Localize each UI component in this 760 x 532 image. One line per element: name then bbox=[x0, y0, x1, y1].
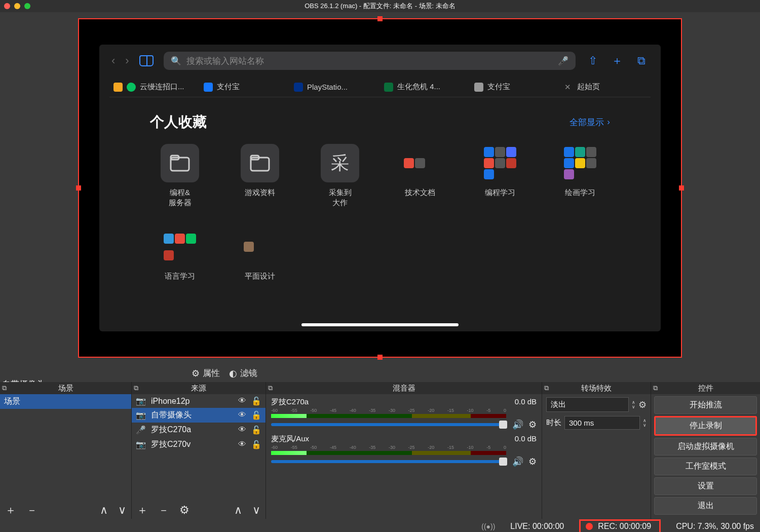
home-indicator bbox=[301, 323, 459, 326]
sources-panel: ⧉来源 📷iPhone12p👁🔓 📷自带摄像头👁🔓 🎤罗技C270a👁🔓 📷罗技… bbox=[132, 382, 266, 519]
panel-title: 转场特效 bbox=[581, 384, 612, 393]
gear-icon[interactable]: ⚙ bbox=[528, 419, 537, 430]
remove-source-button[interactable]: － bbox=[158, 503, 169, 518]
speaker-icon[interactable]: 🔊 bbox=[512, 456, 523, 467]
browser-tab: PlayStatio... bbox=[290, 77, 380, 97]
forward-icon: › bbox=[125, 54, 129, 67]
popout-icon[interactable]: ⧉ bbox=[268, 384, 273, 392]
live-time: LIVE: 00:00:00 bbox=[510, 522, 564, 531]
favorites-title: 个人收藏 bbox=[150, 112, 207, 132]
popout-icon[interactable]: ⧉ bbox=[653, 384, 658, 392]
eye-icon[interactable]: 👁 bbox=[238, 440, 246, 449]
popout-icon[interactable]: ⧉ bbox=[2, 384, 7, 392]
eye-icon[interactable]: 👁 bbox=[238, 425, 246, 435]
audio-meter bbox=[271, 414, 506, 418]
browser-tabs: 云缦连招口... 支付宝 PlayStatio... 生化危机 4... 支付宝… bbox=[99, 77, 661, 97]
eye-icon[interactable]: 👁 bbox=[238, 396, 246, 406]
audio-meter bbox=[271, 451, 506, 455]
rec-time: REC: 00:00:09 bbox=[598, 522, 651, 531]
favorite-item: 编程& 服务器 bbox=[150, 144, 210, 207]
mixer-channel: 麦克风/Aux0.0 dB -60-55-50-45-40-35-30-25-2… bbox=[271, 433, 537, 467]
add-source-button[interactable]: ＋ bbox=[137, 503, 148, 518]
exit-button[interactable]: 退出 bbox=[654, 497, 757, 515]
spinner-buttons[interactable]: ∧∨ bbox=[643, 419, 647, 428]
favorite-item: 采采集到 大作 bbox=[310, 144, 370, 207]
studio-mode-button[interactable]: 工作室模式 bbox=[654, 458, 757, 475]
mic-icon: 🎤 bbox=[136, 425, 146, 435]
share-icon: ⇧ bbox=[586, 54, 600, 67]
source-item[interactable]: 🎤罗技C270a👁🔓 bbox=[132, 423, 265, 437]
camera-icon: 📷 bbox=[136, 396, 146, 406]
scene-item[interactable]: 场景 bbox=[0, 394, 131, 409]
gear-icon[interactable]: ⚙ bbox=[638, 399, 647, 410]
gear-icon: ⚙ bbox=[192, 368, 200, 379]
popout-icon[interactable]: ⧉ bbox=[134, 384, 138, 392]
record-icon bbox=[586, 523, 593, 530]
source-item[interactable]: 📷罗技C270v👁🔓 bbox=[132, 437, 265, 452]
minimize-window-button[interactable] bbox=[14, 3, 20, 9]
favorite-item: 绘画学习 bbox=[550, 144, 610, 207]
scenes-panel: ⧉场景 场景 ＋ － ∧ ∨ bbox=[0, 382, 132, 519]
panel-title: 来源 bbox=[191, 384, 206, 393]
duration-input[interactable]: 300 ms bbox=[564, 416, 640, 430]
lock-icon[interactable]: 🔓 bbox=[251, 410, 261, 420]
lock-icon[interactable]: 🔓 bbox=[251, 396, 261, 406]
remove-scene-button[interactable]: － bbox=[26, 503, 37, 518]
transition-select[interactable]: 淡出 bbox=[546, 397, 629, 412]
settings-button[interactable]: 设置 bbox=[654, 477, 757, 495]
start-streaming-button[interactable]: 开始推流 bbox=[654, 396, 757, 414]
move-up-button[interactable]: ∧ bbox=[234, 504, 242, 517]
stop-recording-button[interactable]: 停止录制 bbox=[654, 416, 757, 436]
browser-tab: 云缦连招口... bbox=[109, 77, 200, 97]
source-toolbar: ⚙属性 ◐滤镜 bbox=[0, 364, 760, 382]
maximize-window-button[interactable] bbox=[24, 3, 30, 9]
favorite-item: 编程学习 bbox=[470, 144, 530, 207]
filters-button[interactable]: ◐滤镜 bbox=[229, 367, 257, 379]
close-icon: ✕ bbox=[564, 83, 571, 92]
browser-tab: 支付宝 bbox=[200, 77, 290, 97]
broadcast-icon: ((●)) bbox=[481, 522, 495, 530]
mixer-panel: ⧉混音器 罗技C270a0.0 dB -60-55-50-45-40-35-30… bbox=[266, 382, 542, 519]
titlebar: OBS 26.1.2 (mac) - 配置文件: 未命名 - 场景: 未命名 bbox=[0, 0, 760, 12]
cpu-fps: CPU: 7.3%, 30.00 fps bbox=[676, 522, 754, 531]
bookmarks-icon bbox=[139, 55, 154, 66]
mic-icon: 🎤 bbox=[558, 56, 568, 66]
popout-icon[interactable]: ⧉ bbox=[544, 384, 549, 392]
camera-icon: 📷 bbox=[136, 440, 146, 449]
search-placeholder: 搜索或输入网站名称 bbox=[186, 55, 264, 67]
move-down-button[interactable]: ∨ bbox=[252, 504, 260, 517]
panel-title: 混音器 bbox=[393, 384, 415, 393]
gear-icon[interactable]: ⚙ bbox=[528, 456, 537, 467]
speaker-icon[interactable]: 🔊 bbox=[512, 419, 523, 430]
volume-slider[interactable] bbox=[271, 423, 507, 426]
transitions-panel: ⧉转场特效 淡出 ∧∨ ⚙ 时长 300 ms ∧∨ bbox=[542, 382, 651, 519]
camera-icon: 📷 bbox=[136, 410, 146, 420]
browser-tab: 生化危机 4... bbox=[380, 77, 470, 97]
preview-canvas[interactable]: ‹ › 🔍 搜索或输入网站名称 🎤 ⇧ ＋ ⧉ 云缦连招口... 支付宝 Pla… bbox=[78, 18, 682, 358]
lock-icon[interactable]: 🔓 bbox=[251, 440, 261, 449]
source-settings-button[interactable]: ⚙ bbox=[179, 504, 189, 517]
new-tab-icon: ＋ bbox=[610, 53, 624, 68]
controls-panel: ⧉控件 开始推流 停止录制 启动虚拟摄像机 工作室模式 设置 退出 bbox=[651, 382, 760, 519]
start-virtualcam-button[interactable]: 启动虚拟摄像机 bbox=[654, 438, 757, 455]
move-down-button[interactable]: ∨ bbox=[118, 504, 126, 517]
duration-label: 时长 bbox=[546, 418, 561, 428]
search-icon: 🔍 bbox=[171, 56, 181, 66]
show-all-link: 全部显示› bbox=[569, 117, 610, 128]
lock-icon[interactable]: 🔓 bbox=[251, 425, 261, 435]
move-up-button[interactable]: ∧ bbox=[100, 504, 108, 517]
properties-button[interactable]: ⚙属性 bbox=[192, 367, 220, 379]
panel-title: 控件 bbox=[698, 384, 713, 393]
status-bar: ((●)) LIVE: 00:00:00 REC: 00:00:09 CPU: … bbox=[0, 519, 760, 532]
panel-title: 场景 bbox=[58, 384, 73, 393]
volume-slider[interactable] bbox=[271, 460, 507, 463]
source-item[interactable]: 📷自带摄像头👁🔓 bbox=[132, 408, 265, 423]
mixer-channel: 罗技C270a0.0 dB -60-55-50-45-40-35-30-25-2… bbox=[271, 396, 537, 430]
eye-icon[interactable]: 👁 bbox=[238, 410, 246, 420]
favorite-item: 游戏资料 bbox=[230, 144, 290, 207]
tabs-icon: ⧉ bbox=[634, 54, 649, 67]
source-item[interactable]: 📷iPhone12p👁🔓 bbox=[132, 394, 265, 408]
add-scene-button[interactable]: ＋ bbox=[5, 503, 16, 518]
favorite-item: 技术文档 bbox=[390, 144, 450, 207]
close-window-button[interactable] bbox=[4, 3, 10, 9]
